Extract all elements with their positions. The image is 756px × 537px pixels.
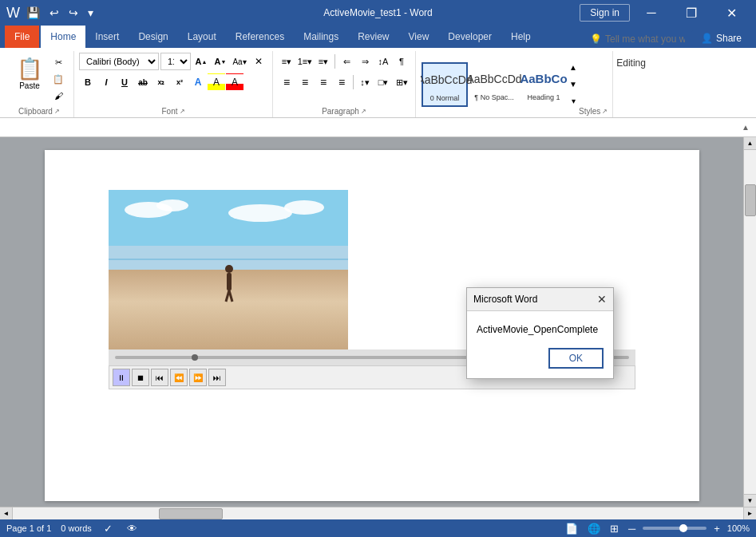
microsoft-word-dialog: Microsoft Word ✕ ActiveMovie_OpenComplet… — [466, 287, 614, 379]
dialog-message: ActiveMovie_OpenComplete — [477, 324, 604, 335]
dialog-buttons: OK — [477, 348, 604, 369]
dialog-ok-button[interactable]: OK — [548, 348, 604, 369]
dialog-title: Microsoft Word — [473, 294, 537, 305]
dialog-titlebar: Microsoft Word ✕ — [467, 288, 613, 311]
dialog-body: ActiveMovie_OpenComplete OK — [467, 311, 613, 378]
dialog-close-button[interactable]: ✕ — [597, 293, 607, 306]
dialog-overlay: Microsoft Word ✕ ActiveMovie_OpenComplet… — [0, 0, 756, 537]
